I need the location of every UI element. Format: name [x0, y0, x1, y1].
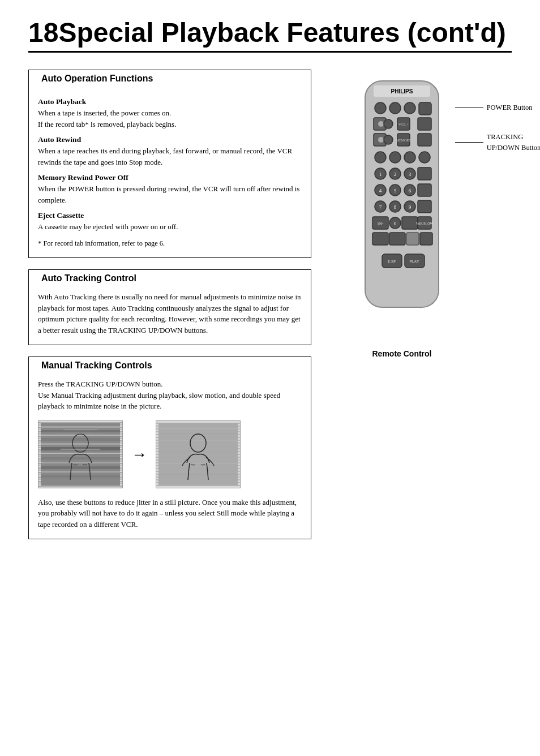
svg-point-33: [378, 121, 384, 127]
svg-text:E.SP: E.SP: [388, 259, 396, 264]
eject-cassette-heading: Eject Cassette: [38, 211, 302, 220]
manual-tracking-header: Manual Tracking Controls: [38, 364, 302, 379]
svg-rect-2: [41, 430, 120, 432]
svg-text:PLAY: PLAY: [409, 259, 419, 264]
svg-rect-15: [58, 433, 103, 434]
svg-rect-9: [41, 462, 120, 463]
right-column: PHILIPS VOL+ MEMORY: [323, 70, 481, 551]
eject-cassette-item: Eject Cassette A cassette may be ejected…: [38, 211, 302, 233]
memory-rewind-text: When the POWER button is pressed during …: [38, 183, 302, 205]
svg-text:VOL+: VOL+: [398, 122, 409, 127]
remote-control-wrapper: PHILIPS VOL+ MEMORY: [357, 75, 447, 338]
svg-text:VAR/SLOW: VAR/SLOW: [416, 222, 434, 225]
power-button-annotation: POWER Button: [455, 104, 540, 112]
svg-text:100-: 100-: [378, 222, 384, 225]
noisy-overlay: [38, 421, 122, 488]
page-number: 18: [28, 18, 58, 48]
auto-operation-section: Auto Operation Functions Auto Playback W…: [28, 70, 311, 258]
annotation-line-1: [455, 108, 483, 108]
svg-text:MEMORY: MEMORY: [396, 139, 412, 142]
title-text: Special Playback Features (cont'd): [58, 18, 505, 48]
svg-rect-3: [41, 435, 120, 436]
clear-image: [156, 420, 241, 488]
svg-rect-22: [158, 463, 238, 464]
svg-rect-76: [372, 233, 388, 245]
svg-rect-1: [41, 426, 120, 428]
svg-text:2: 2: [394, 171, 397, 177]
svg-text:PHILIPS: PHILIPS: [391, 88, 413, 94]
svg-rect-79: [420, 233, 432, 245]
svg-rect-23: [158, 474, 238, 475]
svg-text:3: 3: [409, 171, 412, 177]
svg-point-40: [384, 135, 393, 144]
auto-playback-heading: Auto Playback: [38, 97, 302, 106]
svg-rect-16: [61, 449, 100, 450]
annotations: POWER Button TRACKINGUP/DOWN Buttons: [455, 104, 540, 153]
auto-tracking-section: Auto Tracking Control With Auto Tracking…: [28, 269, 311, 345]
svg-point-30: [404, 102, 415, 114]
noisy-image: [38, 420, 123, 488]
auto-tracking-title: Auto Tracking Control: [38, 273, 140, 284]
svg-rect-5: [41, 443, 120, 445]
auto-rewind-heading: Auto Rewind: [38, 135, 302, 144]
svg-rect-18: [158, 428, 238, 429]
remote-control-svg: PHILIPS VOL+ MEMORY: [357, 75, 447, 336]
remote-control-label: Remote Control: [372, 349, 432, 358]
svg-rect-8: [41, 457, 120, 459]
svg-text:5: 5: [394, 188, 397, 194]
svg-rect-10: [41, 466, 120, 469]
svg-text:0: 0: [394, 221, 397, 226]
footnote: * For record tab information, refer to p…: [38, 238, 302, 249]
svg-text:9: 9: [409, 204, 412, 210]
power-button-label: POWER Button: [487, 104, 533, 112]
clear-svg: [158, 423, 238, 486]
svg-rect-12: [41, 475, 120, 478]
manual-tracking-footer: Also, use these buttons to reduce jitter…: [38, 497, 302, 530]
svg-rect-61: [418, 184, 431, 196]
page-title: 18Special Playback Features (cont'd): [28, 17, 512, 53]
svg-rect-20: [158, 440, 238, 441]
svg-rect-77: [389, 233, 405, 245]
manual-tracking-section: Manual Tracking Controls Press the TRACK…: [28, 356, 311, 539]
auto-playback-item: Auto Playback When a tape is inserted, t…: [38, 97, 302, 130]
svg-text:6: 6: [409, 188, 412, 194]
svg-point-46: [404, 152, 415, 163]
memory-rewind-item: Memory Rewind Power Off When the POWER b…: [38, 173, 302, 205]
memory-rewind-heading: Memory Rewind Power Off: [38, 173, 302, 182]
svg-point-39: [378, 137, 384, 143]
svg-point-34: [384, 119, 393, 128]
svg-rect-7: [41, 453, 120, 454]
svg-text:7: 7: [379, 204, 382, 210]
svg-text:1: 1: [379, 171, 382, 177]
auto-operation-title: Auto Operation Functions: [38, 74, 156, 84]
eject-cassette-text: A cassette may be ejected with power on …: [38, 221, 302, 233]
auto-rewind-item: Auto Rewind When a tape reaches its end …: [38, 135, 302, 167]
auto-tracking-text: With Auto Tracking there is usually no n…: [38, 291, 302, 336]
left-column: Auto Operation Functions Auto Playback W…: [28, 70, 311, 551]
manual-tracking-title: Manual Tracking Controls: [38, 360, 156, 371]
tracking-button-annotation: TRACKINGUP/DOWN Buttons: [455, 132, 540, 153]
svg-point-45: [389, 152, 401, 163]
svg-point-44: [375, 152, 386, 163]
auto-rewind-text: When a tape reaches its end during playb…: [38, 145, 302, 167]
svg-rect-68: [418, 200, 431, 213]
annotation-line-2: [455, 142, 483, 143]
svg-point-28: [375, 102, 386, 114]
svg-rect-14: [63, 429, 97, 430]
svg-rect-11: [41, 471, 120, 472]
svg-rect-54: [418, 167, 431, 180]
svg-text:8: 8: [394, 204, 397, 210]
svg-text:4: 4: [379, 188, 382, 194]
svg-rect-43: [418, 134, 431, 146]
arrow-container: →: [131, 445, 147, 463]
clear-overlay: [156, 421, 240, 488]
svg-rect-31: [419, 102, 431, 115]
svg-rect-78: [406, 233, 419, 245]
svg-rect-37: [418, 118, 431, 130]
tracking-button-label: TRACKINGUP/DOWN Buttons: [487, 132, 540, 153]
auto-playback-text: When a tape is inserted, the power comes…: [38, 108, 302, 130]
noisy-svg: [41, 423, 120, 486]
main-layout: Auto Operation Functions Auto Playback W…: [28, 70, 512, 551]
manual-tracking-intro: Press the TRACKING UP/DOWN button.Use Ma…: [38, 379, 302, 412]
auto-tracking-header: Auto Tracking Control: [38, 277, 302, 291]
